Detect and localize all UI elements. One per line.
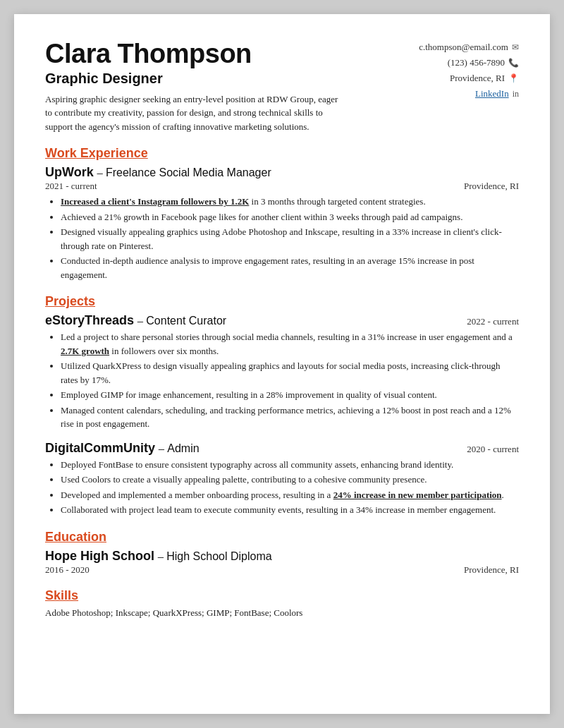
highlight-text: 2.7K growth: [61, 346, 109, 356]
header-left: Clara Thompson Graphic Designer Aspiring…: [45, 40, 385, 133]
education-school-name: Hope High School: [45, 549, 154, 563]
resume-page: Clara Thompson Graphic Designer Aspiring…: [14, 14, 550, 714]
job-upwork-bullets: Increased a client's Instagram followers…: [61, 195, 519, 281]
header-section: Clara Thompson Graphic Designer Aspiring…: [45, 40, 519, 133]
project-digitalcommunity-separator: –: [159, 442, 168, 454]
bullet-item: Employed GIMP for image enhancement, res…: [61, 388, 519, 402]
job-upwork-header: UpWork – Freelance Social Media Manager: [45, 165, 519, 180]
project-estorythreads-company: eStoryThreads: [45, 313, 134, 327]
education-separator: –: [158, 550, 167, 562]
work-experience-section: Work Experience UpWork – Freelance Socia…: [45, 146, 519, 281]
project-digitalcommunity: DigitalCommUnity – Admin 2020 - current …: [45, 441, 519, 517]
project-digitalcommunity-company: DigitalCommUnity: [45, 441, 155, 455]
bullet-item: Used Coolors to create a visually appeal…: [61, 473, 519, 487]
header-right: c.thompson@email.com ✉ (123) 456-7890 📞 …: [385, 40, 519, 102]
project-estorythreads: eStoryThreads – Content Curator 2022 - c…: [45, 313, 519, 431]
project-digitalcommunity-header: DigitalCommUnity – Admin 2020 - current: [45, 441, 519, 456]
job-upwork-date-location: 2021 - current Providence, RI: [45, 181, 519, 192]
phone-text: (123) 456-7890: [448, 55, 505, 71]
email-row: c.thompson@email.com ✉: [385, 40, 519, 55]
bullet-item: Designed visually appealing graphics usi…: [61, 225, 519, 253]
job-upwork: UpWork – Freelance Social Media Manager …: [45, 165, 519, 281]
job-upwork-date: 2021 - current: [45, 181, 97, 192]
bullet-item: Developed and implemented a member onboa…: [61, 488, 519, 502]
bullet-item: Achieved a 21% growth in Facebook page l…: [61, 210, 519, 224]
projects-title: Projects: [45, 294, 519, 309]
project-estorythreads-title-line: eStoryThreads – Content Curator: [45, 313, 226, 328]
linkedin-row: LinkedIn in: [385, 86, 519, 102]
education-hopehigh: Hope High School – High School Diploma 2…: [45, 549, 519, 576]
project-estorythreads-bullets: Led a project to share personal stories …: [61, 330, 519, 431]
project-estorythreads-separator: –: [137, 315, 147, 327]
work-experience-title: Work Experience: [45, 146, 519, 161]
email-text: c.thompson@email.com: [419, 40, 508, 55]
phone-row: (123) 456-7890 📞: [385, 55, 519, 71]
candidate-summary: Aspiring graphic designer seeking an ent…: [45, 92, 341, 134]
bullet-item: Conducted in-depth audience analysis to …: [61, 254, 519, 281]
bullet-item: Collaborated with project lead team to e…: [61, 503, 519, 517]
education-section: Education Hope High School – High School…: [45, 530, 519, 576]
location-text: Providence, RI: [450, 71, 505, 86]
location-icon: 📍: [508, 71, 519, 85]
education-date-location: 2016 - 2020 Providence, RI: [45, 564, 519, 576]
candidate-title: Graphic Designer: [45, 71, 385, 87]
job-upwork-separator: –: [97, 166, 106, 178]
education-date: 2016 - 2020: [45, 564, 90, 576]
bullet-item: Led a project to share personal stories …: [61, 330, 519, 358]
projects-section: Projects eStoryThreads – Content Curator…: [45, 294, 519, 517]
education-location: Providence, RI: [464, 564, 519, 576]
skills-title: Skills: [45, 588, 519, 603]
bullet-item: Increased a client's Instagram followers…: [61, 195, 519, 209]
project-digitalcommunity-role: Admin: [167, 442, 199, 454]
phone-icon: 📞: [508, 56, 519, 70]
highlight-text: 24% increase in new member participation: [333, 490, 502, 500]
education-degree: High School Diploma: [166, 550, 271, 562]
location-row: Providence, RI 📍: [385, 71, 519, 86]
highlight-text: Increased a client's Instagram followers…: [61, 196, 249, 207]
job-upwork-location: Providence, RI: [464, 181, 519, 192]
job-upwork-title-line: UpWork – Freelance Social Media Manager: [45, 165, 271, 180]
candidate-name: Clara Thompson: [45, 40, 385, 69]
education-title: Education: [45, 530, 519, 545]
bullet-item: Deployed FontBase to ensure consistent t…: [61, 458, 519, 472]
project-estorythreads-role: Content Curator: [146, 315, 226, 327]
project-estorythreads-date: 2022 - current: [467, 316, 519, 327]
education-hopehigh-title-line: Hope High School – High School Diploma: [45, 549, 272, 564]
education-hopehigh-header: Hope High School – High School Diploma: [45, 549, 519, 564]
job-upwork-company: UpWork: [45, 165, 94, 179]
project-estorythreads-header: eStoryThreads – Content Curator 2022 - c…: [45, 313, 519, 328]
skills-text: Adobe Photoshop; Inkscape; QuarkXPress; …: [45, 607, 519, 619]
project-digitalcommunity-bullets: Deployed FontBase to ensure consistent t…: [61, 458, 519, 517]
linkedin-link[interactable]: LinkedIn: [475, 86, 509, 102]
bullet-item: Utilized QuarkXPress to design visually …: [61, 359, 519, 387]
email-icon: ✉: [512, 40, 519, 54]
project-digitalcommunity-title-line: DigitalCommUnity – Admin: [45, 441, 200, 456]
job-upwork-role: Freelance Social Media Manager: [106, 166, 271, 178]
bullet-item: Managed content calendars, scheduling, a…: [61, 404, 519, 431]
skills-section: Skills Adobe Photoshop; Inkscape; QuarkX…: [45, 588, 519, 619]
project-digitalcommunity-date: 2020 - current: [467, 444, 519, 455]
linkedin-icon: in: [513, 87, 519, 101]
